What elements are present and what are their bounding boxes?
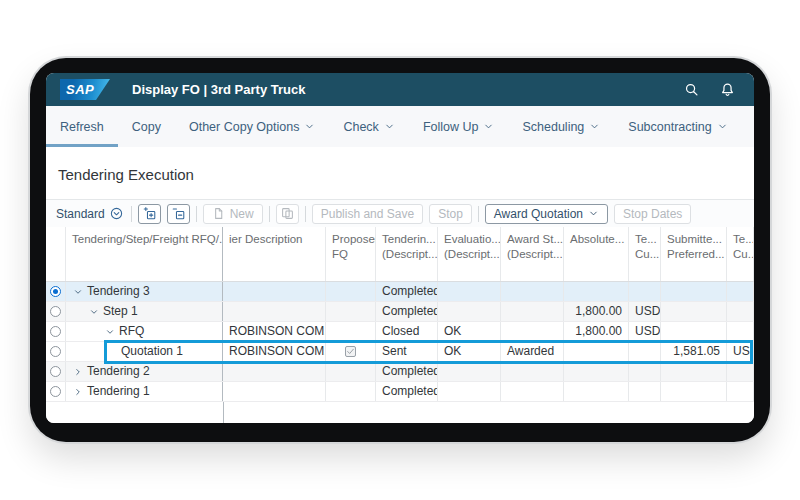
menu-item-check[interactable]: Check: [329, 106, 408, 147]
award-status-cell: [501, 322, 564, 341]
bell-icon[interactable]: [714, 77, 740, 103]
node-label: Quotation 1: [121, 342, 183, 361]
evaluation-cell: [438, 362, 501, 381]
tree-cell: Quotation 1: [66, 342, 223, 361]
table-row-tendering-1[interactable]: Tendering 1Completed: [46, 382, 754, 402]
row-radio[interactable]: [50, 306, 61, 317]
table-row-tendering-3[interactable]: Tendering 3Completed: [46, 282, 754, 302]
row-selector-cell: [46, 282, 66, 301]
column-header-absolute[interactable]: Absolute...: [564, 227, 629, 281]
submitted-amount-cell: [661, 322, 727, 341]
node-label: Tendering 3: [87, 282, 150, 301]
column-header-te[interactable]: Te...Cu...: [727, 227, 754, 281]
menu-item-label: Other Copy Options: [189, 120, 299, 134]
toolbar-separator: [269, 206, 270, 222]
menu-item-refresh[interactable]: Refresh: [46, 106, 118, 147]
absolute-amount-cell: 1,800.00: [564, 322, 629, 341]
table-row-quotation-1[interactable]: Quotation 1ROBINSON COM...SentOKAwarded1…: [46, 342, 754, 362]
column-header-submitte[interactable]: Submitte...Preferred...: [661, 227, 727, 281]
search-icon[interactable]: [678, 77, 704, 103]
expand-all-button[interactable]: [138, 204, 161, 224]
tree-cell: Tendering 1: [66, 382, 223, 401]
column-header-evaluatio[interactable]: Evaluatio...(Descript...: [438, 227, 501, 281]
submitted-amount-cell: [661, 302, 727, 321]
stop-dates-button[interactable]: Stop Dates: [614, 204, 691, 224]
table-row-step-1[interactable]: Step 1Completed1,800.00USD: [46, 302, 754, 322]
column-header-line2: Cu...: [733, 247, 747, 262]
evaluation-cell: [438, 302, 501, 321]
tendering-status-cell: Completed: [376, 362, 438, 381]
new-button[interactable]: New: [203, 204, 263, 224]
row-radio[interactable]: [50, 346, 61, 357]
column-header-award-st[interactable]: Award St...(Descript...: [501, 227, 564, 281]
settings-gear-button[interactable]: [742, 106, 754, 147]
row-radio[interactable]: [50, 326, 61, 337]
expand-node-icon[interactable]: [73, 367, 83, 377]
collapse-all-button[interactable]: [167, 204, 190, 224]
tendering-status-cell: Completed: [376, 282, 438, 301]
stop-button[interactable]: Stop: [429, 204, 472, 224]
menu-item-label: Refresh: [60, 120, 104, 134]
column-header-proposed[interactable]: ProposedFQ: [326, 227, 376, 281]
button-label: Award Quotation: [494, 207, 583, 221]
table-row-rfq[interactable]: RFQROBINSON COM...ClosedOK1,800.00USD: [46, 322, 754, 342]
column-header-line1: Tendering/Step/Freight RFQ/...: [72, 232, 216, 247]
row-selector-cell: [46, 362, 66, 381]
collapse-node-icon[interactable]: [73, 287, 83, 297]
menu-item-label: Check: [343, 120, 378, 134]
row-radio[interactable]: [50, 386, 61, 397]
proposed-fq-checkbox[interactable]: [345, 346, 356, 357]
duplicate-button[interactable]: [276, 204, 299, 224]
submitted-amount-cell: [661, 282, 727, 301]
column-header-te[interactable]: Te...Cu...: [629, 227, 661, 281]
row-selector-cell: [46, 382, 66, 401]
shell-header: SAP Display FO | 3rd Party Truck: [46, 73, 754, 106]
column-header-tendering-step-freight-rfq[interactable]: Tendering/Step/Freight RFQ/...: [66, 227, 223, 281]
award-status-cell: Awarded: [501, 342, 564, 361]
menu-item-label: Follow Up: [423, 120, 479, 134]
publish-and-save-button[interactable]: Publish and Save: [312, 204, 423, 224]
column-header-line2: (Descript...: [507, 247, 557, 262]
award-status-cell: [501, 282, 564, 301]
currency-cell: [629, 342, 661, 361]
expand-node-icon[interactable]: [73, 387, 83, 397]
currency-cell: [727, 382, 754, 401]
new-doc-icon: [212, 207, 225, 220]
proposed-fq-cell: [326, 342, 376, 361]
menu-item-label: Scheduling: [522, 120, 584, 134]
menu-item-follow-up[interactable]: Follow Up: [409, 106, 509, 147]
menu-item-copy[interactable]: Copy: [118, 106, 175, 147]
award-quotation-button[interactable]: Award Quotation: [485, 204, 608, 224]
row-radio[interactable]: [50, 286, 61, 297]
button-label: Stop Dates: [623, 207, 682, 221]
column-header-tenderin[interactable]: Tenderin...(Descript...: [376, 227, 438, 281]
collapse-node-icon[interactable]: [105, 327, 115, 337]
column-header-line2: FQ: [332, 247, 369, 262]
chevron-down-icon: [589, 121, 600, 132]
menu-item-other-copy-options[interactable]: Other Copy Options: [175, 106, 329, 147]
toolbar-separator: [196, 206, 197, 222]
collapse-node-icon[interactable]: [89, 307, 99, 317]
proposed-fq-cell: [326, 302, 376, 321]
menu-item-scheduling[interactable]: Scheduling: [508, 106, 614, 147]
absolute-amount-cell: [564, 382, 629, 401]
award-status-cell: [501, 382, 564, 401]
column-header-line1: Award St...: [507, 232, 557, 247]
view-selector[interactable]: Standard: [54, 207, 125, 221]
column-header-line2: (Descript...: [382, 247, 431, 262]
evaluation-cell: [438, 282, 501, 301]
description-cell: [223, 382, 326, 401]
row-selector-cell: [46, 342, 66, 361]
row-radio[interactable]: [50, 366, 61, 377]
column-header-ier-description[interactable]: ier Description: [223, 227, 326, 281]
chevron-down-icon: [717, 121, 728, 132]
radio-dot: [53, 289, 58, 294]
tree-cell: Tendering 2: [66, 362, 223, 381]
menu-item-label: Copy: [132, 120, 161, 134]
column-header-line1: ier Description: [229, 232, 319, 247]
description-cell: [223, 282, 326, 301]
table-row-tendering-2[interactable]: Tendering 2Completed: [46, 362, 754, 382]
expand-group-icon: [143, 207, 156, 220]
description-cell: [223, 362, 326, 381]
menu-item-subcontracting[interactable]: Subcontracting: [614, 106, 741, 147]
